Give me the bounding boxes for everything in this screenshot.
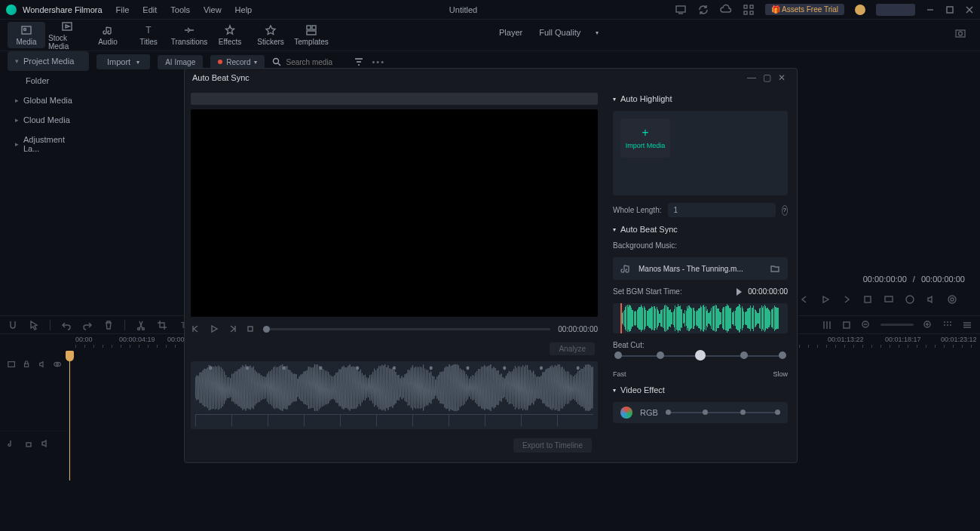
tl-zoom-out-icon[interactable] [861, 320, 871, 330]
menu-file[interactable]: File [116, 5, 130, 14]
tab-stickers[interactable]: Stickers [252, 22, 289, 48]
ai-image-button[interactable]: AI Image [158, 55, 203, 69]
analyze-button[interactable]: Analyze [550, 342, 595, 355]
quality-select[interactable]: Full Quality▾ [531, 26, 606, 39]
menu-edit[interactable]: Edit [142, 5, 157, 14]
player-volume-icon[interactable] [926, 294, 936, 305]
sidebar-project-media[interactable]: ▾Project Media [8, 51, 89, 71]
tab-templates[interactable]: Templates [292, 22, 330, 48]
sidebar-global-media[interactable]: ▸Global Media [8, 91, 89, 110]
tl-settings-icon[interactable] [962, 320, 972, 330]
sidebar-adjustment[interactable]: ▸Adjustment La... [8, 130, 89, 158]
sync-icon[interactable] [697, 4, 709, 16]
player-next-icon[interactable] [841, 294, 852, 305]
svg-point-38 [947, 321, 948, 323]
player-play-icon[interactable] [820, 294, 831, 305]
tl-mixer-icon[interactable] [822, 320, 832, 330]
tl-pointer-icon[interactable] [29, 320, 39, 330]
track-video-icon[interactable] [8, 360, 15, 369]
svg-rect-43 [8, 362, 15, 367]
menu-view[interactable]: View [204, 5, 222, 14]
record-button[interactable]: Record▾ [210, 55, 265, 69]
dialog-close-icon[interactable]: ✕ [774, 72, 789, 83]
dialog-minimize-icon[interactable]: — [744, 72, 759, 83]
preview-play-icon[interactable] [209, 324, 219, 334]
tl-marker-icon[interactable] [841, 320, 852, 330]
section-beat-sync[interactable]: ▾Auto Beat Sync [613, 225, 788, 234]
track-audio-icon[interactable] [8, 439, 17, 448]
import-media-tile[interactable]: + Import Media [620, 118, 670, 158]
dialog-maximize-icon[interactable]: ▢ [759, 72, 774, 83]
track-eye-icon[interactable] [54, 360, 61, 369]
search-input[interactable] [286, 58, 346, 66]
whole-length-input[interactable] [668, 203, 776, 217]
cloud-icon[interactable] [720, 4, 732, 16]
sidebar-folder[interactable]: Folder [8, 71, 89, 91]
browse-folder-icon[interactable] [770, 263, 780, 274]
player-settings-icon[interactable] [947, 294, 957, 305]
tl-split-icon[interactable] [136, 320, 146, 330]
beat-cut-slider[interactable] [613, 349, 788, 369]
tl-delete-icon[interactable] [103, 320, 114, 330]
export-timeline-button[interactable]: Export to Timeline [513, 438, 592, 453]
section-video-effect[interactable]: ▾Video Effect [613, 385, 788, 394]
section-auto-highlight[interactable]: ▾Auto Highlight [613, 94, 788, 103]
maximize-icon[interactable] [945, 5, 954, 14]
preview-next-icon[interactable] [227, 324, 237, 334]
menu-tools[interactable]: Tools [170, 5, 190, 14]
preview-prev-icon[interactable] [191, 324, 201, 334]
tl-zoom-in-icon[interactable] [923, 320, 933, 330]
rgb-slider[interactable] [666, 412, 780, 413]
minimize-icon[interactable] [926, 5, 935, 14]
track-lock-icon[interactable] [23, 360, 30, 369]
svg-point-37 [944, 321, 945, 323]
tl-redo-icon[interactable] [82, 320, 93, 330]
bgm-start-row: Set BGM Start Time: 00:00:00:00 [613, 287, 788, 296]
player-mark-icon[interactable] [905, 294, 915, 305]
tab-media[interactable]: Media [8, 22, 45, 48]
tab-effects[interactable]: Effects [211, 22, 249, 48]
bgm-play-icon[interactable] [737, 288, 742, 296]
titlebar: Wondershare Filmora File Edit Tools View… [0, 0, 980, 20]
close-icon[interactable] [965, 5, 974, 14]
tl-magnet-icon[interactable] [8, 320, 18, 330]
tl-zoom-slider[interactable] [880, 324, 914, 326]
plus-icon: + [642, 127, 648, 139]
sidebar-cloud-media[interactable]: ▸Cloud Media [8, 110, 89, 130]
asset-tabs: Media Stock Media Audio TTitles Transiti… [0, 20, 980, 51]
tab-titles[interactable]: TTitles [130, 22, 167, 48]
apps-icon[interactable] [743, 4, 755, 16]
playhead[interactable] [69, 352, 70, 480]
buy-button[interactable] [876, 4, 915, 16]
filter-icon[interactable] [354, 57, 364, 67]
track-mute2-icon[interactable] [41, 439, 50, 448]
clock-icon[interactable] [855, 5, 865, 15]
import-button[interactable]: Import▾ [96, 54, 150, 69]
waveform-graphic[interactable] [195, 364, 593, 411]
tl-crop-icon[interactable] [157, 320, 167, 330]
tl-grid-icon[interactable] [942, 320, 953, 330]
preview-scrubber[interactable] [263, 328, 550, 330]
svg-rect-3 [750, 5, 753, 8]
snapshot-icon[interactable] [954, 27, 966, 39]
tab-stock[interactable]: Stock Media [48, 18, 86, 53]
search-media [272, 57, 346, 66]
player-display-icon[interactable] [884, 294, 894, 305]
tab-transitions[interactable]: Transitions [170, 22, 208, 48]
player-stop-icon[interactable] [862, 294, 873, 305]
svg-rect-16 [312, 26, 316, 29]
svg-rect-7 [947, 7, 953, 13]
more-icon[interactable]: ••• [372, 57, 385, 66]
player-prev-icon[interactable] [799, 294, 810, 305]
screen-icon[interactable] [675, 4, 687, 16]
menu-help[interactable]: Help [235, 5, 253, 14]
tl-undo-icon[interactable] [61, 320, 72, 330]
trial-badge[interactable]: 🎁 Assets Free Trial [765, 4, 844, 15]
preview-stop-icon[interactable] [245, 324, 256, 334]
help-icon[interactable]: ? [782, 205, 789, 216]
svg-point-51 [246, 366, 249, 370]
tab-audio[interactable]: Audio [89, 22, 127, 48]
bgm-waveform[interactable] [613, 303, 788, 333]
track-mute-icon[interactable] [38, 360, 46, 369]
track-lock2-icon[interactable] [24, 439, 33, 448]
